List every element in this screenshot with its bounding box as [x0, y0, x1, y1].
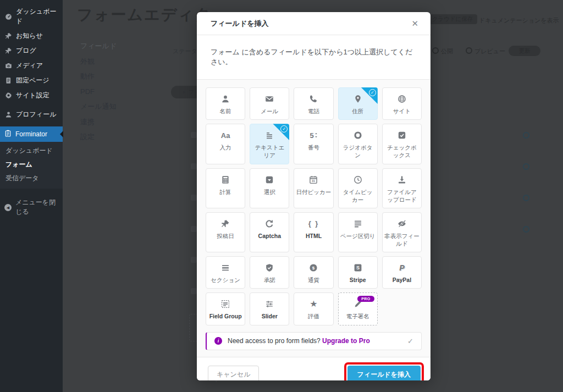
field-tile-checkbox[interactable]: チェックボックス: [382, 124, 422, 164]
field-tile-label: 電話: [308, 107, 319, 115]
admin-sidebar: ダッシュボードお知らせブログメディア固定ページサイト設定プロフィール Formi…: [0, 0, 63, 392]
field-tile-name[interactable]: 名前: [206, 87, 245, 120]
field-tile-time-picker[interactable]: タイムピッカー: [338, 168, 378, 208]
sidebar-item-user-6[interactable]: プロフィール: [0, 107, 63, 122]
field-tile-date-picker[interactable]: 31日付ピッカー: [294, 168, 333, 208]
sidebar-item-gear-5[interactable]: サイト設定: [0, 88, 63, 103]
editor-tab-PDF[interactable]: PDF: [80, 84, 117, 100]
save-to-cloud-button[interactable]: クラウドに保存: [428, 14, 477, 24]
collapse-menu-button[interactable]: ◀ メニューを閉じる: [0, 195, 63, 219]
sidebar-item-pages-4[interactable]: 固定ページ: [0, 73, 63, 88]
pages-icon: [4, 77, 12, 85]
sidebar-item-forminator[interactable]: Forminator: [0, 126, 63, 142]
field-tile-captcha[interactable]: Captcha: [250, 212, 289, 252]
field-tile-select[interactable]: 選択: [250, 168, 289, 208]
collapse-label: メニューを閉じる: [15, 198, 58, 217]
modal-description: フォーム に含めるフィールドを以下から1つ以上選択してください。: [197, 35, 430, 80]
sidebar-subitem-ダッシュボード[interactable]: ダッシュボード: [0, 144, 63, 158]
field-tile-hidden-field[interactable]: 非表示フィールド: [382, 212, 422, 252]
sidebar-item-media-3[interactable]: メディア: [0, 58, 63, 73]
field-tile-currency[interactable]: $通貨: [294, 256, 333, 289]
field-tile-consent[interactable]: 承諾: [250, 256, 289, 289]
input-icon: Aa: [221, 130, 230, 140]
pro-notice-text: Need access to pro form fields? Upgrade …: [228, 337, 370, 345]
paypal-icon: P: [399, 263, 404, 273]
field-tile-rating[interactable]: ★評価: [294, 292, 333, 325]
svg-text:$: $: [312, 266, 315, 270]
editor-nav-tabs: フィールド外観動作PDFメール通知連携設定: [80, 38, 117, 145]
field-tile-phone[interactable]: 電話: [294, 87, 333, 120]
field-tile-page-break[interactable]: ページ区切り: [338, 212, 378, 252]
editor-tab-フィールド[interactable]: フィールド: [80, 38, 117, 54]
field-tile-website[interactable]: サイト: [382, 87, 422, 120]
gear-icon: [4, 92, 12, 100]
sidebar-item-dashboard-0[interactable]: ダッシュボード: [0, 4, 63, 29]
sidebar-item-label: サイト設定: [16, 91, 49, 100]
svg-text:31: 31: [312, 179, 315, 183]
editor-tab-メール通知[interactable]: メール通知: [80, 99, 117, 114]
field-tile-paypal[interactable]: PPayPal: [382, 256, 422, 289]
close-icon[interactable]: ✕: [411, 19, 418, 27]
user-icon: [221, 94, 230, 104]
view-documentation-link[interactable]: ドキュメンテーションを表示: [479, 16, 559, 25]
editor-tab-連携[interactable]: 連携: [80, 114, 117, 130]
pin-icon: [4, 47, 12, 55]
field-tile-signature[interactable]: 電子署名PRO: [338, 292, 378, 325]
cancel-button[interactable]: キャンセル: [208, 366, 259, 380]
field-tile-file-upload[interactable]: ファイルアップロード: [382, 168, 422, 208]
sidebar-subitem-受信データ[interactable]: 受信データ: [0, 172, 63, 185]
mail-icon: [265, 94, 274, 104]
sidebar-item-label: お知らせ: [16, 31, 43, 41]
pin-icon: [4, 32, 12, 40]
field-tile-input[interactable]: Aa入力: [206, 124, 245, 164]
field-tile-label: PayPal: [393, 276, 411, 284]
pro-badge: PRO: [357, 296, 374, 302]
editor-tab-動作[interactable]: 動作: [80, 69, 117, 84]
field-tile-calculation[interactable]: 計算: [206, 168, 245, 208]
field-tile-label: Stripe: [350, 276, 366, 284]
currency-icon: $: [309, 263, 318, 273]
upload-icon: [398, 175, 406, 185]
field-tile-field-group[interactable]: Field Group: [206, 292, 245, 325]
annotation-highlight-box: フィールドを挿入: [344, 362, 424, 380]
editor-tab-外観[interactable]: 外観: [80, 54, 117, 69]
field-tile-address[interactable]: 住所✓: [338, 87, 378, 120]
field-tile-label: 電子署名: [346, 312, 369, 320]
calendar-icon: 31: [309, 175, 318, 185]
star-icon: ★: [310, 299, 317, 309]
field-tile-textarea[interactable]: テキストエリア✓: [250, 124, 289, 164]
field-tile-stripe[interactable]: SStripe: [338, 256, 378, 289]
preview-link[interactable]: プレビュー: [466, 47, 505, 56]
number-icon: 5: [310, 130, 317, 140]
field-tile-email[interactable]: メール: [250, 87, 289, 120]
editor-tab-設定[interactable]: 設定: [80, 129, 117, 145]
shield-check-icon: [265, 263, 274, 273]
sidebar-item-pin-2[interactable]: ブログ: [0, 43, 63, 58]
field-tile-section[interactable]: セクション: [206, 256, 245, 289]
dismiss-check-icon[interactable]: ✓: [407, 337, 413, 345]
field-tile-label: 非表示フィールド: [384, 232, 420, 247]
captcha-icon: [265, 219, 274, 229]
field-group-icon: [221, 299, 230, 309]
sidebar-item-pin-1[interactable]: お知らせ: [0, 29, 63, 43]
field-tile-label: 評価: [308, 312, 319, 320]
field-type-grid: 名前メール電話住所✓サイトAa入力テキストエリア✓5番号ラジオボタンチェックボッ…: [206, 87, 422, 325]
insert-fields-button[interactable]: フィールドを挿入: [347, 366, 421, 380]
modal-footer: キャンセル フィールドを挿入: [197, 357, 430, 380]
field-tile-post-date[interactable]: 投稿日: [206, 212, 245, 252]
field-tile-label: Field Group: [209, 312, 242, 320]
field-tile-label: タイムピッカー: [340, 188, 376, 203]
field-row-icon: [191, 226, 197, 232]
collapse-arrow-icon: ◀: [4, 204, 12, 211]
sidebar-subitem-フォーム[interactable]: フォーム: [0, 158, 63, 172]
media-icon: [4, 62, 12, 70]
field-tile-radio[interactable]: ラジオボタン: [338, 124, 378, 164]
field-tile-slider[interactable]: Slider: [250, 292, 289, 325]
field-tile-label: ページ区切り: [340, 232, 376, 240]
field-tile-html[interactable]: { }HTML: [294, 212, 333, 252]
upgrade-to-pro-link[interactable]: Upgrade to Pro: [322, 337, 370, 345]
field-settings-gear-icon: [523, 195, 529, 201]
field-tile-number[interactable]: 5番号: [294, 124, 333, 164]
insert-field-modal: フィールドを挿入 ✕ フォーム に含めるフィールドを以下から1つ以上選択してくだ…: [197, 12, 430, 380]
update-button[interactable]: 更新: [509, 46, 540, 56]
